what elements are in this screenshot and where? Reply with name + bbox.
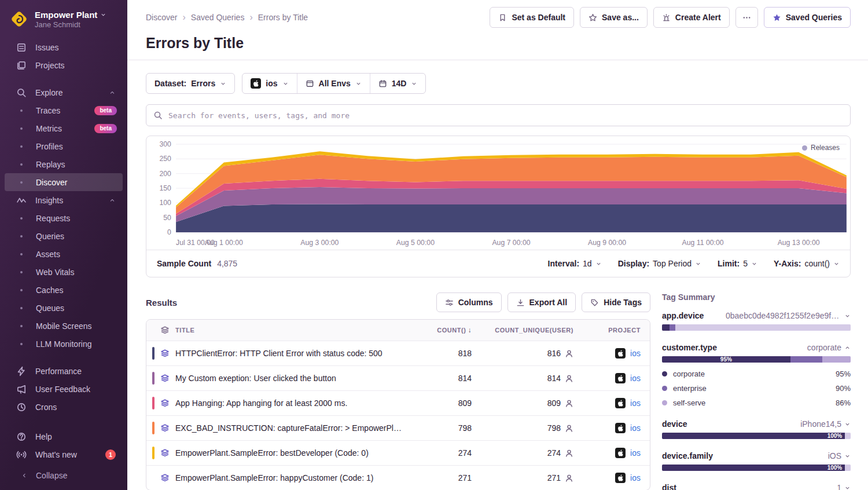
bullet-dot bbox=[20, 145, 23, 148]
sidebar-item-assets[interactable]: Assets bbox=[5, 245, 123, 263]
display-dropdown[interactable]: Display: Top Period bbox=[618, 259, 701, 268]
row-title[interactable]: EmpowerPlant.SampleError: bestDeveloper … bbox=[175, 448, 413, 458]
export-all-button[interactable]: Export All bbox=[507, 292, 576, 312]
count-unique-column-header[interactable]: COUNT_UNIQUE(USER) bbox=[476, 327, 580, 334]
chevron-up-icon bbox=[109, 89, 116, 96]
sidebar-nav: Issues Projects Explore Traces beta Metr… bbox=[0, 36, 127, 490]
sidebar-item-mobile-screens[interactable]: Mobile Screens bbox=[5, 317, 123, 335]
breadcrumb-saved-queries[interactable]: Saved Queries bbox=[191, 13, 245, 22]
row-count-unique: 274 bbox=[476, 448, 580, 458]
row-title[interactable]: EmpowerPlant.SampleError: happyCustomer … bbox=[175, 473, 413, 482]
sidebar-item-queues[interactable]: Queues bbox=[5, 299, 123, 317]
sidebar-item-discover[interactable]: Discover bbox=[5, 173, 123, 191]
row-project[interactable]: ios bbox=[580, 473, 650, 483]
environment-filter[interactable]: All Envs bbox=[297, 74, 370, 93]
sidebar-item-traces[interactable]: Traces beta bbox=[5, 101, 123, 119]
chevron-down-icon bbox=[844, 313, 851, 319]
sidebar-section-insights[interactable]: Insights bbox=[5, 191, 123, 209]
sidebar-item-help[interactable]: Help bbox=[5, 427, 123, 445]
ellipsis-icon bbox=[742, 13, 751, 22]
layers-icon bbox=[160, 398, 170, 408]
table-row[interactable]: EmpowerPlant.SampleError: bestDeveloper … bbox=[146, 440, 650, 465]
sidebar-item-profiles[interactable]: Profiles bbox=[5, 137, 123, 155]
limit-dropdown[interactable]: Limit: 5 bbox=[718, 259, 757, 268]
search-input[interactable] bbox=[168, 111, 843, 120]
project-filter[interactable]: ios bbox=[242, 74, 296, 93]
table-row[interactable]: My Custom exeption: User clicked the but… bbox=[146, 365, 650, 390]
sidebar-item-user-feedback[interactable]: User Feedback bbox=[5, 380, 123, 398]
chevron-down-icon bbox=[100, 12, 106, 18]
results-section: Results Columns Export All bbox=[146, 292, 851, 490]
sidebar-item-projects[interactable]: Projects bbox=[5, 56, 123, 74]
breadcrumb: Discover › Saved Queries › Errors by Tit… bbox=[146, 13, 308, 22]
columns-button[interactable]: Columns bbox=[436, 292, 502, 312]
sidebar-item-caches[interactable]: Caches bbox=[5, 281, 123, 299]
row-title[interactable]: My Custom exeption: User clicked the but… bbox=[175, 374, 413, 383]
tag-value-row[interactable]: enterprise 90% bbox=[662, 384, 851, 393]
sidebar-section-explore[interactable]: Explore bbox=[5, 83, 123, 101]
sidebar-item-performance[interactable]: Performance bbox=[5, 362, 123, 380]
sidebar-item-whats-new[interactable]: What's new 1 bbox=[5, 445, 123, 463]
svg-text:Aug 11 00:00: Aug 11 00:00 bbox=[682, 239, 724, 247]
tag-toggle-device-family[interactable]: device.family iOS bbox=[662, 451, 851, 460]
org-switcher[interactable]: Empower Plant Jane Schmidt bbox=[0, 8, 127, 36]
create-alert-button[interactable]: Create Alert bbox=[653, 7, 730, 28]
sidebar-item-crons[interactable]: Crons bbox=[5, 398, 123, 416]
title-column-header[interactable]: TITLE bbox=[175, 327, 413, 334]
table-row[interactable]: EXC_BAD_INSTRUCTION: captureFatalError: … bbox=[146, 415, 650, 440]
notification-badge: 1 bbox=[105, 449, 116, 460]
header-actions: Set as Default Save as... Create Alert bbox=[490, 7, 851, 28]
count-column-header[interactable]: COUNT()↓ bbox=[413, 326, 476, 334]
tag-toggle-dist[interactable]: dist 1 bbox=[662, 483, 851, 490]
row-project[interactable]: ios bbox=[580, 448, 650, 458]
sidebar-item-replays[interactable]: Replays bbox=[5, 155, 123, 173]
sidebar-item-queries[interactable]: Queries bbox=[5, 227, 123, 245]
breadcrumb-discover[interactable]: Discover bbox=[146, 13, 177, 22]
row-title[interactable]: App Hanging: App hanging for at least 20… bbox=[175, 398, 413, 408]
date-range-filter[interactable]: 14D bbox=[370, 74, 426, 93]
layers-icon bbox=[160, 423, 170, 433]
row-project[interactable]: ios bbox=[580, 373, 650, 383]
sidebar-item-issues[interactable]: Issues bbox=[5, 38, 123, 56]
project-column-header[interactable]: PROJECT bbox=[580, 327, 650, 334]
tag-value-row[interactable]: corporate 95% bbox=[662, 370, 851, 378]
row-title[interactable]: HTTPClientError: HTTP Client Error with … bbox=[175, 349, 413, 358]
yaxis-dropdown[interactable]: Y-Axis: count() bbox=[774, 259, 840, 268]
table-row[interactable]: EmpowerPlant.SampleError: happyCustomer … bbox=[146, 465, 650, 490]
interval-dropdown[interactable]: Interval: 1d bbox=[548, 259, 602, 268]
hide-tags-button[interactable]: Hide Tags bbox=[582, 292, 650, 312]
saved-queries-button[interactable]: Saved Queries bbox=[764, 7, 851, 28]
releases-legend[interactable]: Releases bbox=[802, 144, 840, 152]
row-project[interactable]: ios bbox=[580, 348, 650, 359]
set-as-default-button[interactable]: Set as Default bbox=[490, 7, 574, 28]
sidebar-item-requests[interactable]: Requests bbox=[5, 209, 123, 227]
tag-toggle-customer-type[interactable]: customer.type corporate bbox=[662, 343, 851, 352]
row-title[interactable]: EXC_BAD_INSTRUCTION: captureFatalError: … bbox=[175, 423, 413, 433]
chevron-left-icon bbox=[21, 472, 28, 479]
row-project[interactable]: ios bbox=[580, 423, 650, 433]
search-bar[interactable] bbox=[146, 104, 851, 126]
sidebar-item-llm-monitoring[interactable]: LLM Monitoring bbox=[5, 335, 123, 353]
dataset-dropdown[interactable]: Dataset: Errors bbox=[146, 73, 235, 94]
chevron-down-icon bbox=[833, 261, 840, 267]
sidebar-item-metrics[interactable]: Metrics beta bbox=[5, 119, 123, 137]
tag-toggle-app-device[interactable]: app.device 0baebc0de4982f1255f2e9e9fb7… bbox=[662, 311, 851, 320]
chart-footer: Sample Count 4,875 Interval: 1d Display:… bbox=[146, 250, 850, 277]
chevron-up-icon bbox=[844, 345, 851, 351]
sidebar-item-web-vitals[interactable]: Web Vitals bbox=[5, 263, 123, 281]
overflow-menu-button[interactable] bbox=[735, 7, 758, 28]
stacked-area-chart[interactable]: 050100150200250300Jul 31 00:00Aug 1 00:0… bbox=[146, 136, 850, 250]
row-count: 809 bbox=[413, 398, 476, 408]
table-row[interactable]: HTTPClientError: HTTP Client Error with … bbox=[146, 341, 650, 365]
tag-value-row[interactable]: self-serve 86% bbox=[662, 398, 851, 407]
row-project[interactable]: ios bbox=[580, 398, 650, 408]
sidebar-collapse-button[interactable]: Collapse bbox=[9, 465, 118, 487]
results-heading: Results bbox=[146, 298, 177, 308]
bullet-dot bbox=[20, 109, 23, 112]
svg-text:300: 300 bbox=[159, 140, 171, 148]
beta-badge: beta bbox=[94, 106, 117, 115]
tag-toggle-device[interactable]: device iPhone14,5 bbox=[662, 419, 851, 429]
breadcrumb-separator: › bbox=[182, 13, 185, 22]
table-row[interactable]: App Hanging: App hanging for at least 20… bbox=[146, 390, 650, 415]
save-as-button[interactable]: Save as... bbox=[580, 7, 648, 28]
